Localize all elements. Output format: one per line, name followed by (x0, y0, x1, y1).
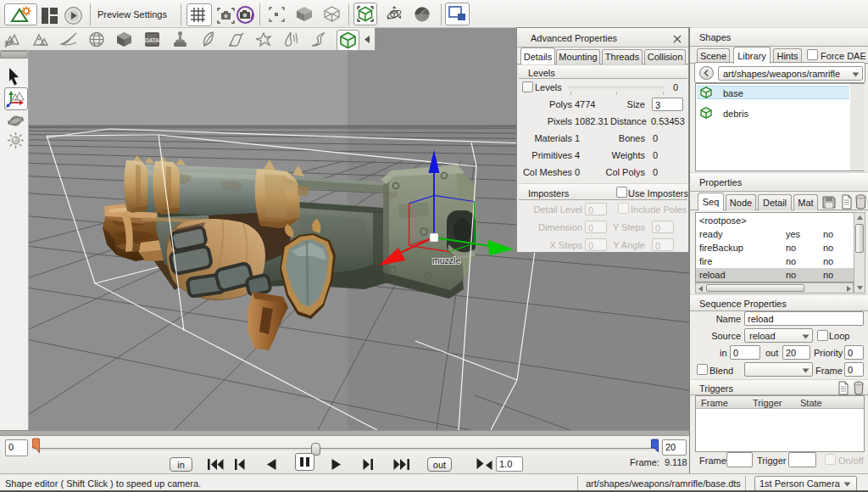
svg-text:muzzle: muzzle (432, 255, 460, 266)
svg-text:DATA: DATA (145, 37, 159, 43)
